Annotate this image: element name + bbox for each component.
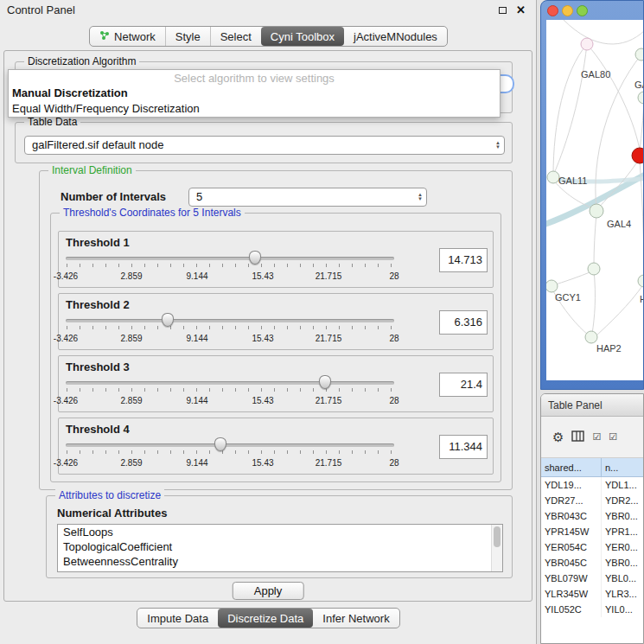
threshold-label: Threshold 3 (66, 360, 130, 373)
slider-track (66, 381, 394, 385)
threshold-block: Threshold 2 -3.4262.8599.14415.4321.7152… (58, 293, 494, 350)
threshold-value-field[interactable]: 11.344 (439, 435, 488, 459)
scale-tick-label: 15.43 (252, 271, 273, 281)
node-label: GA (634, 80, 644, 90)
dropdown-option-manual[interactable]: Manual Discretization (9, 86, 500, 101)
network-node[interactable] (585, 331, 597, 343)
select-column-icon[interactable]: ☑ (609, 432, 617, 442)
thresholds-group: Threshold's Coordinates for 5 Intervals … (50, 213, 501, 482)
list-items: SelfLoopsTopologicalCoefficientBetweenne… (58, 525, 502, 569)
apply-button[interactable]: Apply (233, 582, 304, 600)
tab-impute-data[interactable]: Impute Data (137, 609, 218, 628)
close-traffic-light-icon[interactable] (547, 5, 558, 16)
group-title: Table Data (24, 116, 80, 128)
columns-icon[interactable] (571, 430, 584, 443)
interval-definition-group: Interval Definition Number of Intervals … (39, 170, 513, 490)
table-row[interactable]: YBR043CYBR0... (541, 508, 643, 524)
slider-ticks (67, 450, 393, 454)
table-data-group: Table Data galFiltered.sif default node … (15, 122, 513, 163)
network-node[interactable] (581, 38, 593, 50)
slider-track (66, 257, 394, 260)
table-cell: YER0... (602, 539, 643, 555)
threshold-block: Threshold 4 -3.4262.8599.14415.4321.7152… (58, 418, 494, 475)
list-item[interactable]: TopologicalCoefficient (58, 539, 502, 554)
column-header-shared-name[interactable]: shared... (541, 458, 602, 476)
scale-tick-label: 15.43 (252, 334, 273, 343)
table-cell: YBR045C (541, 555, 602, 571)
gear-icon[interactable]: ⚙ (552, 430, 564, 443)
threshold-slider[interactable] (66, 439, 394, 456)
dropdown-option-equal-width[interactable]: Equal Width/Frequency Discretization (9, 101, 500, 117)
slider-thumb[interactable] (319, 375, 331, 389)
slider-ticks (67, 264, 393, 267)
network-node[interactable] (635, 48, 644, 61)
scale-tick-label: 9.144 (186, 271, 207, 281)
table-row[interactable]: YPR145WYPR1... (541, 524, 643, 539)
network-node[interactable] (546, 280, 558, 292)
select-all-icon[interactable]: ☑ (592, 432, 601, 442)
scale-tick-label: 21.715 (316, 396, 342, 405)
num-intervals-label: Number of Intervals (61, 190, 166, 203)
list-item[interactable]: BetweennessCentrality (58, 554, 502, 569)
table-cell: YIL052C (541, 602, 602, 617)
tab-discretize-data[interactable]: Discretize Data (218, 609, 313, 628)
network-node[interactable] (638, 275, 644, 287)
slider-thumb[interactable] (249, 251, 261, 265)
scale-tick-label: 9.144 (186, 396, 207, 405)
close-icon[interactable]: ✕ (516, 3, 526, 16)
scrollbar-thumb[interactable] (494, 526, 501, 547)
tab-group: Network Style Select Cyni Toolbox jActiv… (89, 26, 448, 47)
scale-tick-label: 28 (389, 271, 399, 281)
node-label: GAL80 (581, 69, 610, 80)
scale-tick-label: 28 (389, 396, 399, 405)
table-row[interactable]: YBL079WYBL0... (541, 571, 643, 586)
network-node[interactable] (547, 171, 559, 183)
table-cell: YLR345W (541, 586, 602, 602)
table-data-combobox[interactable]: galFiltered.sif default node ▲ ▼ (24, 136, 505, 155)
scale-tick-label: 15.43 (252, 396, 273, 405)
network-node[interactable] (590, 204, 603, 218)
threshold-slider[interactable] (66, 377, 394, 394)
network-node[interactable] (632, 148, 644, 163)
table-row[interactable]: YDR27...YDR2... (541, 493, 643, 508)
threshold-block: Threshold 1 -3.4262.8599.14415.4321.7152… (58, 231, 494, 288)
tab-style[interactable]: Style (165, 27, 210, 46)
tab-jactivemodules[interactable]: jActiveMNodules (344, 27, 447, 46)
threshold-value-field[interactable]: 6.316 (439, 310, 488, 335)
table-row[interactable]: YER054CYER0... (541, 539, 643, 555)
table-row[interactable]: YLR345WYLR3... (541, 586, 643, 602)
slider-thumb[interactable] (214, 437, 226, 451)
tab-cyni-toolbox[interactable]: Cyni Toolbox (261, 27, 344, 46)
algorithm-dropdown: Select algorithm to view settings Manual… (8, 69, 501, 118)
table-row[interactable]: YIL052CYIL0... (541, 602, 643, 617)
column-header-name[interactable]: n... (602, 458, 643, 476)
numerical-attributes-list[interactable]: SelfLoopsTopologicalCoefficientBetweenne… (57, 524, 503, 572)
scale-tick-label: 2.859 (120, 334, 142, 343)
table-cell: YDL1... (602, 477, 643, 493)
threshold-value-field[interactable]: 21.4 (439, 373, 488, 397)
tab-infer-network[interactable]: Infer Network (313, 609, 399, 628)
threshold-slider[interactable] (66, 315, 394, 332)
slider-scale: -3.4262.8599.14415.4321.71528 (66, 271, 394, 282)
tab-group: Impute Data Discretize Data Infer Networ… (137, 608, 399, 628)
list-scrollbar[interactable] (491, 525, 502, 571)
threshold-slider[interactable] (66, 252, 394, 270)
float-window-icon[interactable] (499, 7, 507, 14)
control-panel-titlebar: Control Panel ✕ (0, 0, 536, 21)
network-canvas[interactable]: GAL80GAGAL11GAL4GCY1HHAP2 (546, 20, 644, 380)
zoom-traffic-light-icon[interactable] (577, 5, 588, 16)
slider-thumb[interactable] (162, 313, 174, 327)
table-row[interactable]: YBR045CYBR0... (541, 555, 643, 571)
list-item[interactable]: SelfLoops (58, 525, 502, 539)
minimize-traffic-light-icon[interactable] (562, 5, 573, 16)
table-row[interactable]: YDL19...YDL1... (541, 477, 643, 493)
table-cell: YLR3... (602, 586, 643, 602)
tab-select[interactable]: Select (210, 27, 261, 46)
network-node[interactable] (638, 92, 644, 104)
threshold-value-field[interactable]: 14.713 (439, 248, 488, 272)
tab-label: Network (114, 30, 156, 43)
num-intervals-combobox[interactable]: 5 ▲ ▼ (188, 188, 427, 207)
tab-network[interactable]: Network (90, 27, 165, 46)
tab-label: jActiveMNodules (354, 30, 437, 43)
network-node[interactable] (588, 263, 600, 275)
